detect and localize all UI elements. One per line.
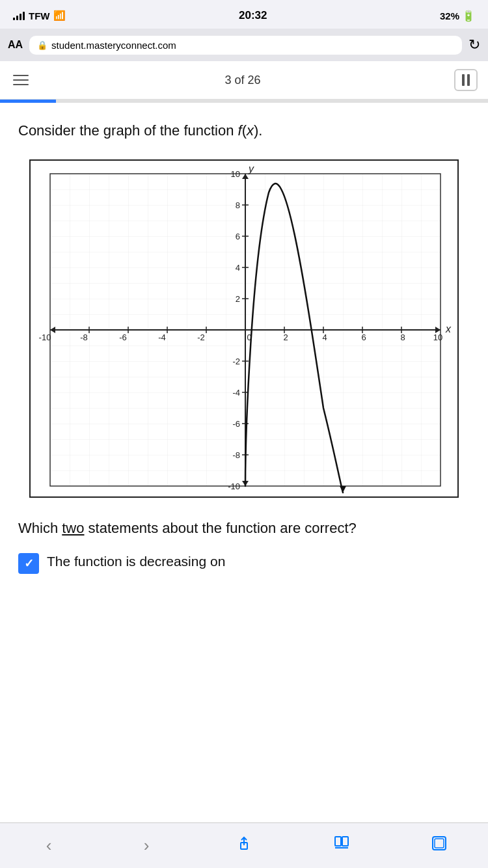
tabs-icon [431,835,448,856]
svg-text:8: 8 [400,332,405,342]
option-label-1: The function is decreasing on [47,552,225,571]
svg-text:-6: -6 [119,332,127,342]
toolbar: 3 of 26 [0,61,488,100]
svg-text:-6: -6 [232,419,240,429]
pause-button[interactable] [454,69,478,91]
browser-bar: AA 🔒 student.masteryconnect.com ↻ [0,29,488,61]
svg-text:2: 2 [236,294,240,304]
svg-text:10: 10 [433,332,442,342]
forward-button[interactable]: › [127,830,166,862]
content-area: Consider the graph of the function f(x). [0,103,488,596]
svg-text:6: 6 [361,332,366,342]
x-axis-label: x [445,323,452,334]
graph-wrapper: x y -10 -8 -6 -4 -2 0 2 4 6 8 10 10 8 [18,159,470,498]
graph-container: x y -10 -8 -6 -4 -2 0 2 4 6 8 10 10 8 [29,159,459,498]
bookmarks-icon [333,835,350,856]
signal-icon [13,11,25,20]
page-counter: 3 of 26 [224,74,260,87]
back-button[interactable]: ‹ [29,830,68,862]
menu-line-2 [13,79,29,81]
svg-text:-10: -10 [39,332,51,342]
url-text: student.masteryconnect.com [51,40,176,51]
svg-text:10: 10 [231,169,240,179]
svg-rect-48 [335,837,341,846]
svg-rect-52 [435,839,444,848]
answer-prompt: Which two statements about the function … [18,517,470,539]
carrier-label: TFW [29,10,49,21]
share-icon [236,835,252,856]
clock: 20:32 [239,9,267,22]
svg-text:-8: -8 [80,332,88,342]
function-graph: x y -10 -8 -6 -4 -2 0 2 4 6 8 10 10 8 [31,161,459,498]
svg-text:4: 4 [236,263,240,273]
status-right: 32% 🔋 [440,10,475,22]
menu-line-3 [13,84,29,85]
lock-icon: 🔒 [37,40,47,50]
status-bar: TFW 📶 20:32 32% 🔋 [0,0,488,29]
y-axis-label: y [248,163,254,174]
answer-option-1[interactable]: ✓ The function is decreasing on [18,552,470,574]
pause-bar-right [467,74,470,86]
svg-rect-49 [342,837,348,846]
refresh-button[interactable]: ↻ [468,36,480,53]
pause-bar-left [462,74,465,86]
checkmark-1: ✓ [24,556,34,571]
url-bar[interactable]: 🔒 student.masteryconnect.com [29,36,462,55]
back-icon: ‹ [46,835,52,856]
svg-text:-4: -4 [232,388,240,398]
font-size-control[interactable]: AA [8,39,23,51]
share-button[interactable] [224,830,264,862]
menu-button[interactable] [10,72,31,88]
svg-text:-10: -10 [228,481,240,491]
svg-text:-2: -2 [232,357,240,366]
svg-text:2: 2 [283,332,288,342]
bookmarks-button[interactable] [322,830,361,862]
svg-text:-4: -4 [158,332,166,342]
tabs-button[interactable] [420,830,459,862]
battery-label: 32% [440,10,459,21]
svg-text:4: 4 [322,332,327,342]
bottom-nav: ‹ › [0,822,488,868]
svg-text:-2: -2 [197,332,205,342]
svg-text:8: 8 [236,200,240,210]
status-left: TFW 📶 [13,10,66,21]
checkbox-1[interactable]: ✓ [18,553,39,574]
forward-icon: › [144,835,150,856]
menu-line-1 [13,75,29,76]
svg-text:-8: -8 [232,450,240,460]
question-text: Consider the graph of the function f(x). [18,121,470,141]
battery-icon: 🔋 [462,10,475,22]
curve-arrow-down [340,486,346,493]
wifi-icon: 📶 [53,10,66,21]
svg-text:6: 6 [236,232,240,241]
